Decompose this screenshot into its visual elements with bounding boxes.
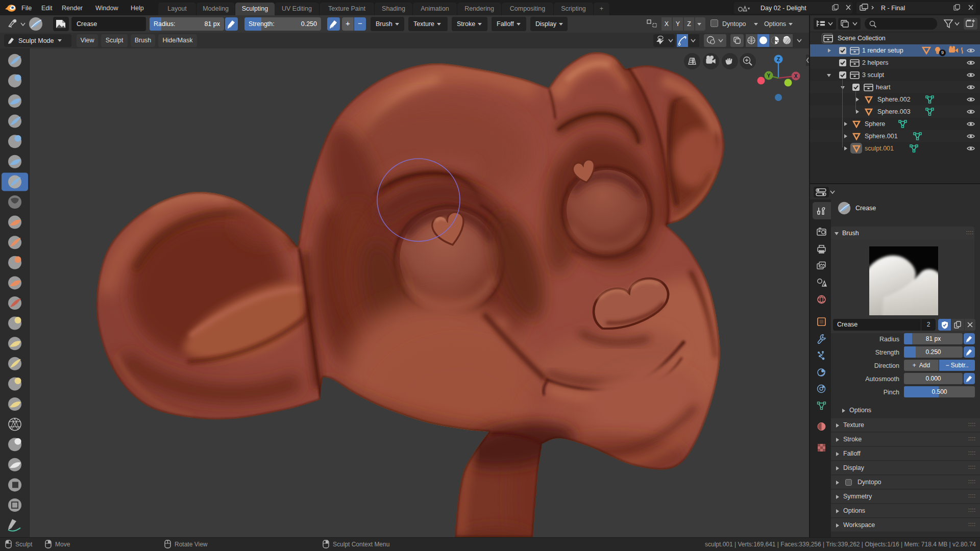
svg-text:Z: Z	[777, 57, 780, 62]
svg-text:Y: Y	[767, 73, 771, 79]
svg-text:X: X	[794, 73, 798, 79]
